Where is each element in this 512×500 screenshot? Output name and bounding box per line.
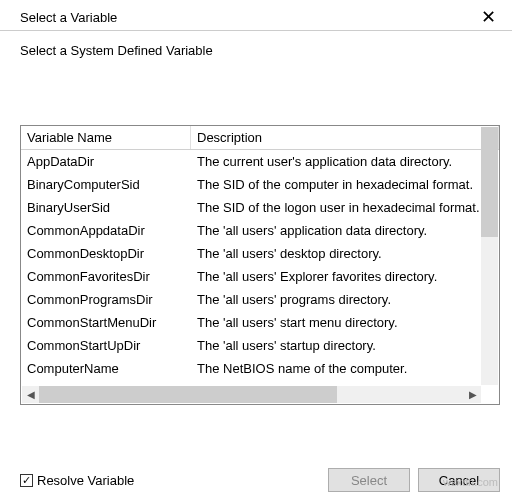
window-title: Select a Variable: [20, 10, 117, 25]
cell-variable-name: ComputerName: [21, 359, 191, 378]
cell-variable-name: CommonStartUpDir: [21, 336, 191, 355]
cell-description: The SID of the computer in hexadecimal f…: [191, 175, 499, 194]
table-row[interactable]: CommonStartUpDirThe 'all users' startup …: [21, 334, 499, 357]
cell-variable-name: AppDataDir: [21, 152, 191, 171]
scroll-left-icon[interactable]: ◀: [22, 386, 39, 403]
scroll-right-icon[interactable]: ▶: [464, 386, 481, 403]
cell-variable-name: CommonStartMenuDir: [21, 313, 191, 332]
table-row[interactable]: BinaryComputerSidThe SID of the computer…: [21, 173, 499, 196]
table-body: AppDataDirThe current user's application…: [21, 150, 499, 385]
table-row[interactable]: CommonFavoritesDirThe 'all users' Explor…: [21, 265, 499, 288]
cell-description: The 'all users' startup directory.: [191, 336, 499, 355]
table-row[interactable]: CommonDesktopDirThe 'all users' desktop …: [21, 242, 499, 265]
close-icon[interactable]: ✕: [473, 6, 504, 28]
cell-description: The 'all users' application data directo…: [191, 221, 499, 240]
cell-variable-name: BinaryUserSid: [21, 198, 191, 217]
cell-description: The 'all users' Explorer favorites direc…: [191, 267, 499, 286]
cell-description: The NetBIOS name of the computer.: [191, 359, 499, 378]
vertical-scrollbar[interactable]: [481, 127, 498, 385]
subtitle-label: Select a System Defined Variable: [0, 31, 512, 58]
cell-variable-name: BinaryComputerSid: [21, 175, 191, 194]
resolve-variable-label: Resolve Variable: [37, 473, 134, 488]
watermark-text: wsxdn.com: [443, 476, 498, 488]
horizontal-scroll-track[interactable]: [39, 386, 464, 403]
cell-variable-name: CommonFavoritesDir: [21, 267, 191, 286]
table-row[interactable]: AppDataDirThe current user's application…: [21, 150, 499, 173]
column-header-description[interactable]: Description: [191, 126, 499, 149]
table-row[interactable]: BinaryUserSidThe SID of the logon user i…: [21, 196, 499, 219]
horizontal-scroll-thumb[interactable]: [39, 386, 337, 403]
table-row[interactable]: CommonStartMenuDirThe 'all users' start …: [21, 311, 499, 334]
cell-variable-name: CommonDesktopDir: [21, 244, 191, 263]
cell-description: The SID of the logon user in hexadecimal…: [191, 198, 499, 217]
vertical-scroll-thumb[interactable]: [481, 127, 498, 237]
cell-description: The current user's application data dire…: [191, 152, 499, 171]
table-row[interactable]: ComputerNameThe NetBIOS name of the comp…: [21, 357, 499, 380]
cell-variable-name: CommonProgramsDir: [21, 290, 191, 309]
variable-table: Variable Name Description AppDataDirThe …: [20, 125, 500, 405]
column-header-name[interactable]: Variable Name: [21, 126, 191, 149]
select-button[interactable]: Select: [328, 468, 410, 492]
title-bar: Select a Variable ✕: [0, 0, 512, 31]
bottom-row: ✓ Resolve Variable Select Cancel: [20, 468, 500, 492]
checkbox-icon[interactable]: ✓: [20, 474, 33, 487]
cell-description: The 'all users' programs directory.: [191, 290, 499, 309]
table-row[interactable]: CommonAppdataDirThe 'all users' applicat…: [21, 219, 499, 242]
cell-description: The 'all users' desktop directory.: [191, 244, 499, 263]
cell-variable-name: CommonAppdataDir: [21, 221, 191, 240]
table-header: Variable Name Description: [21, 126, 499, 150]
cell-description: The 'all users' start menu directory.: [191, 313, 499, 332]
horizontal-scrollbar[interactable]: ◀ ▶: [22, 386, 481, 403]
resolve-variable-checkbox[interactable]: ✓ Resolve Variable: [20, 473, 134, 488]
table-row[interactable]: CommonProgramsDirThe 'all users' program…: [21, 288, 499, 311]
